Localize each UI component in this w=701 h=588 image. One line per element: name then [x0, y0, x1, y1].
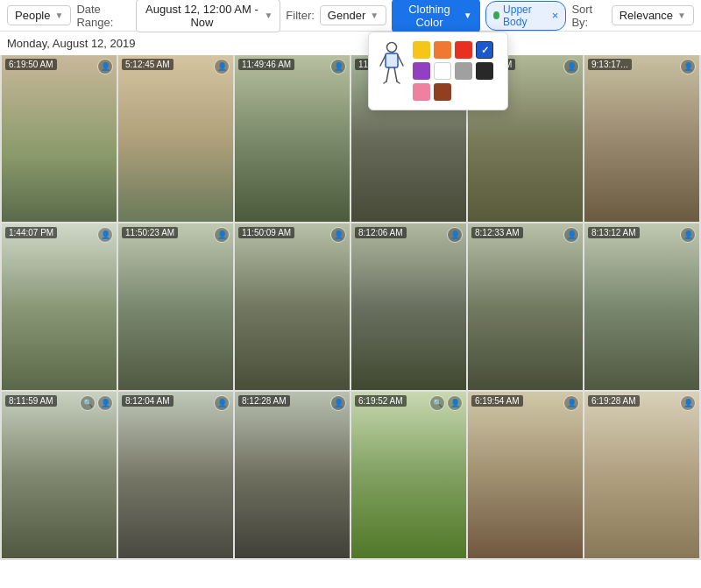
search-icon[interactable]: 🔍: [429, 395, 445, 411]
timestamp: 8:12:33 AM: [471, 227, 523, 238]
chevron-down-icon: ▼: [264, 11, 273, 20]
timestamp: 11:49:46 AM: [238, 59, 294, 70]
grid-cell[interactable]: 11:50:09 AM👤: [235, 223, 350, 390]
person-icon: 👤: [680, 227, 696, 243]
topbar: People ▼ Date Range: August 12, 12:00 AM…: [0, 0, 701, 32]
date-heading: Monday, August 12, 2019: [0, 32, 701, 55]
svg-line-5: [394, 67, 397, 81]
gender-label: Gender: [328, 9, 365, 22]
filter-label: Filter:: [286, 9, 315, 22]
chevron-down-icon: ▼: [54, 11, 63, 20]
timestamp: 5:12:45 AM: [122, 59, 173, 70]
upper-body-label: Upper Body: [503, 4, 549, 28]
grid-cell[interactable]: 6:19:50 AM👤: [2, 55, 117, 222]
timestamp: 11:50:09 AM: [238, 227, 294, 238]
svg-point-0: [387, 43, 397, 53]
relevance-label: Relevance: [620, 9, 673, 22]
person-icon: 👤: [330, 227, 346, 243]
person-icon: 👤: [330, 59, 346, 74]
svg-line-6: [384, 81, 386, 83]
grid-cell[interactable]: 6:19:28 AM👤: [584, 392, 699, 558]
image-grid: 6:19:50 AM👤5:12:45 AM👤11:49:46 AM👤11:5..…: [0, 55, 701, 560]
date-range-value: August 12, 12:00 AM - Now: [144, 3, 259, 29]
person-icon: 👤: [680, 395, 696, 411]
person-icon: 👤: [97, 227, 113, 243]
clothing-color-dropdown[interactable]: Clothing Color ▼: [392, 0, 480, 32]
chevron-down-icon: ▼: [677, 11, 686, 20]
date-range-label: Date Range:: [76, 3, 131, 29]
color-swatch-pink[interactable]: [413, 83, 430, 101]
grid-cell[interactable]: 8:12:04 AM👤: [118, 392, 233, 558]
grid-cell[interactable]: 6:19:52 AM🔍👤: [351, 392, 466, 558]
timestamp: 6:19:52 AM: [355, 395, 407, 407]
gender-dropdown[interactable]: Gender ▼: [320, 5, 386, 25]
clothing-color-label: Clothing Color: [400, 3, 459, 29]
person-icon: 👤: [447, 395, 463, 411]
svg-line-4: [386, 67, 389, 81]
grid-cell[interactable]: 8:13:12 AM👤: [584, 223, 699, 390]
timestamp: 6:19:54 AM: [471, 395, 523, 407]
person-icon: 👤: [680, 59, 696, 74]
remove-filter-button[interactable]: ×: [552, 10, 559, 21]
grid-cell[interactable]: 11:49:46 AM👤: [235, 55, 350, 222]
date-heading-text: Monday, August 12, 2019: [7, 37, 135, 50]
person-figure: [378, 41, 406, 87]
grid-cell[interactable]: 8:12:28 AM👤: [235, 392, 350, 558]
timestamp: 8:11:59 AM: [5, 395, 57, 407]
person-icon: 👤: [97, 59, 113, 74]
search-icon[interactable]: 🔍: [80, 395, 96, 411]
color-swatch-orange[interactable]: [434, 41, 451, 59]
person-icon: 👤: [563, 395, 579, 411]
timestamp: 1:44:07 PM: [5, 227, 57, 238]
grid-cell[interactable]: 9:13:17...👤: [584, 55, 699, 222]
grid-cell[interactable]: 11:50:23 AM👤: [118, 223, 233, 390]
people-label: People: [15, 9, 50, 22]
grid-cell[interactable]: 8:12:33 AM👤: [468, 223, 583, 390]
person-icon: 👤: [214, 395, 230, 411]
people-dropdown[interactable]: People ▼: [7, 5, 71, 25]
color-swatches: ✓: [413, 41, 493, 101]
grid-cell[interactable]: 8:12:06 AM👤: [351, 223, 466, 390]
color-swatch-black[interactable]: [476, 62, 493, 80]
color-swatch-purple[interactable]: [413, 62, 430, 80]
person-icon: 👤: [563, 227, 579, 243]
upper-body-filter-tag: Upper Body ×: [485, 1, 567, 31]
chevron-down-icon: ▼: [464, 11, 472, 20]
timestamp: 8:12:28 AM: [238, 395, 290, 407]
grid-cell[interactable]: 8:11:59 AM🔍👤: [2, 392, 117, 558]
color-picker-dropdown: ✓: [368, 32, 508, 110]
svg-rect-1: [386, 53, 398, 67]
color-swatch-yellow[interactable]: [413, 41, 430, 59]
grid-cell[interactable]: 6:19:54 AM👤: [468, 392, 583, 558]
timestamp: 8:12:06 AM: [355, 227, 407, 238]
timestamp: 6:19:28 AM: [588, 395, 640, 407]
person-icon: 👤: [214, 59, 230, 74]
timestamp: 9:13:17...: [588, 59, 632, 70]
svg-line-7: [397, 81, 400, 83]
grid-cell[interactable]: 1:44:07 PM👤: [2, 223, 117, 390]
grid-cell[interactable]: 5:12:45 AM👤: [118, 55, 233, 222]
sort-by-dropdown[interactable]: Relevance ▼: [612, 5, 694, 25]
color-swatch-red[interactable]: [455, 41, 472, 59]
person-icon: 👤: [447, 227, 463, 243]
timestamp: 6:19:50 AM: [5, 59, 57, 70]
chevron-down-icon: ▼: [370, 11, 379, 20]
color-swatch-brown[interactable]: [434, 83, 451, 101]
svg-line-2: [380, 55, 386, 66]
color-swatch-white[interactable]: [434, 62, 451, 80]
timestamp: 11:50:23 AM: [122, 227, 178, 238]
sort-by-label: Sort By:: [571, 3, 605, 29]
filter-dot: [493, 11, 499, 19]
person-icon: 👤: [214, 227, 230, 243]
check-icon: ✓: [481, 45, 489, 56]
color-swatch-gray[interactable]: [455, 62, 472, 80]
timestamp: 8:13:12 AM: [588, 227, 640, 238]
color-swatch-blue[interactable]: ✓: [476, 41, 493, 59]
svg-line-3: [398, 55, 403, 66]
timestamp: 8:12:04 AM: [122, 395, 173, 407]
person-icon: 👤: [97, 395, 113, 411]
person-icon: 👤: [330, 395, 346, 411]
date-range-dropdown[interactable]: August 12, 12:00 AM - Now ▼: [136, 0, 280, 32]
person-icon: 👤: [563, 59, 579, 74]
